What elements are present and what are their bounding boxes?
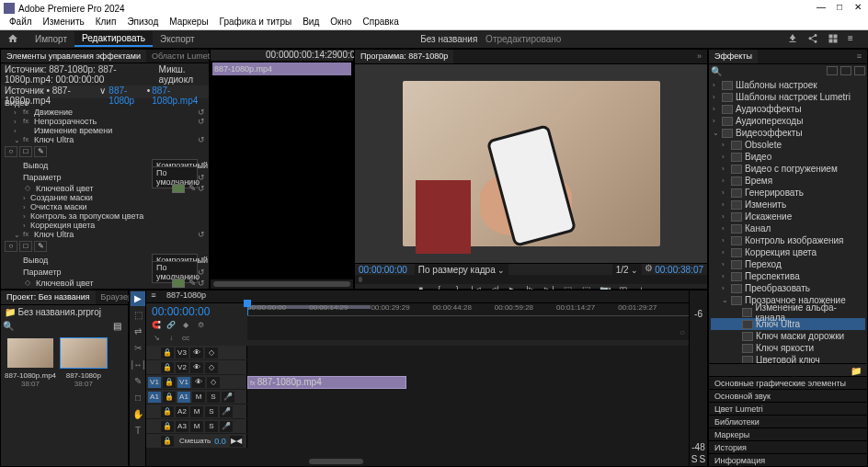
reset-icon[interactable]: ↺ [198, 161, 205, 170]
track-target-a1[interactable]: A1 [177, 392, 190, 403]
razor-tool[interactable]: ✂ [131, 341, 145, 356]
sequence-name[interactable]: 887-1080p [161, 290, 211, 302]
panel-essential-sound[interactable]: Основной звук [709, 389, 867, 402]
seq-link[interactable]: 887-1080p [108, 85, 144, 98]
fx-badge-icon[interactable]: fx [23, 230, 32, 239]
mix-value[interactable]: 0.0 [214, 437, 226, 446]
panel-info[interactable]: Информация [709, 453, 867, 466]
maximize-button[interactable]: □ [833, 2, 846, 15]
timeline-scrollbar[interactable] [309, 459, 363, 464]
add-track-icon[interactable]: ○ [680, 327, 685, 337]
workflow-edit[interactable]: Редактировать [74, 31, 153, 47]
quick-export-icon[interactable] [787, 33, 800, 46]
solo-button[interactable]: S [205, 406, 218, 417]
marker-icon[interactable]: ◆ [179, 321, 192, 332]
track-lock-icon[interactable]: 🔒 [161, 347, 174, 359]
source-clip[interactable]: 887-1080p.mp4 [212, 63, 351, 75]
menu-graphics[interactable]: Графика и титры [214, 17, 298, 29]
expand-icon[interactable]: › [722, 248, 731, 256]
expand-icon[interactable]: › [722, 188, 731, 197]
fx-opacity[interactable]: Непрозрачность [34, 117, 198, 126]
project-item-clip[interactable] [7, 338, 53, 368]
tab-project[interactable]: Проект: Без названия [1, 290, 96, 304]
track-toggle-output[interactable]: 👁 [192, 377, 205, 388]
effect-folder[interactable]: ›Генерировать [711, 187, 865, 199]
eff-lumetri-presets[interactable]: Шаблоны настроек Lumetri [736, 92, 851, 102]
selection-tool[interactable]: ▶ [131, 291, 145, 306]
caption-icon[interactable]: cc [179, 334, 192, 345]
menu-help[interactable]: Справка [358, 17, 405, 29]
slip-tool[interactable]: |↔| [131, 358, 145, 372]
expand-icon[interactable]: › [722, 224, 731, 233]
fx-time[interactable]: Изменение времени [34, 126, 205, 135]
expand-icon[interactable]: › [14, 118, 21, 126]
menu-file[interactable]: Файл [4, 17, 38, 29]
effect-folder[interactable]: ›Контроль изображения [711, 234, 865, 246]
tab-effects[interactable]: Эффекты [709, 50, 758, 63]
pen-tool[interactable]: ✎ [131, 374, 145, 389]
voice-over-icon[interactable]: 🎤 [222, 392, 234, 403]
keycolor-swatch-2[interactable] [172, 279, 185, 288]
preset-32-icon[interactable] [827, 66, 838, 75]
search-icon[interactable]: 🔍 [3, 321, 16, 331]
track-target-v1[interactable]: V1 [177, 377, 190, 388]
eyedropper-icon[interactable]: ✎ [188, 183, 198, 193]
preset-accel-icon[interactable] [854, 66, 865, 75]
effect-folder[interactable]: ›Видео [711, 151, 865, 163]
clip-link[interactable]: 887-1080p.mp4 [152, 85, 205, 98]
expand-icon[interactable]: › [23, 212, 30, 221]
mask-rect-icon[interactable]: □ [19, 241, 32, 252]
param-cleanmask[interactable]: Очистка маски [30, 202, 205, 211]
reset-icon[interactable]: ↺ [198, 230, 205, 239]
menu-markers[interactable]: Маркеры [164, 17, 213, 29]
settings-icon[interactable]: ⚙ [642, 263, 655, 276]
ripple-edit-tool[interactable]: ⇄ [131, 325, 145, 339]
expand-icon[interactable]: › [722, 177, 731, 185]
workflow-export[interactable]: Экспорт [153, 32, 202, 46]
track-target-a3[interactable]: A3 [176, 421, 188, 432]
panel-essential-graphics[interactable]: Основные графические элементы [709, 376, 867, 389]
workspace-icon[interactable] [828, 33, 840, 46]
track-select-tool[interactable]: ⬚ [131, 308, 145, 323]
track-toggle-output[interactable]: 👁 [190, 362, 203, 373]
expand-icon[interactable]: › [14, 127, 21, 135]
menu-sequence[interactable]: Эпизод [121, 17, 164, 29]
effect-folder[interactable]: ›Изменить [711, 199, 865, 211]
tab-effect-controls[interactable]: Элементы управления эффектами [1, 50, 146, 63]
mask-pen-icon[interactable]: ✎ [34, 241, 47, 252]
playhead[interactable] [247, 303, 248, 315]
menu-view[interactable]: Вид [297, 17, 325, 29]
menu-clip[interactable]: Клип [90, 17, 122, 29]
track-sync-lock[interactable]: ◇ [205, 347, 218, 359]
expand-icon[interactable]: › [713, 105, 722, 113]
mask-ellipse-icon[interactable]: ○ [5, 146, 17, 157]
panel-markers[interactable]: Маркеры [709, 427, 867, 440]
expand-icon[interactable]: ⌄ [14, 231, 21, 239]
minimize-button[interactable]: — [815, 2, 828, 15]
keycolor-swatch[interactable] [172, 184, 185, 193]
fx-badge-icon[interactable]: fx [23, 135, 32, 144]
expand-icon[interactable]: › [713, 117, 722, 125]
linked-sel-icon[interactable]: 🔗 [165, 321, 177, 332]
eff-presets[interactable]: Шаблоны настроек [736, 80, 817, 90]
reset-icon[interactable]: ↺ [198, 108, 205, 117]
track-lock-icon[interactable]: 🔒 [161, 362, 174, 373]
search-icon[interactable]: 🔍 [711, 66, 724, 75]
panel-menu-icon[interactable]: ≡ [851, 50, 867, 63]
effect-item[interactable]: Изменение альфа-канала [711, 306, 865, 318]
source-patch-a1[interactable]: A1 [148, 392, 161, 403]
expand-icon[interactable]: › [722, 272, 731, 280]
mask-pen-icon[interactable]: ✎ [34, 146, 47, 157]
mute-button[interactable]: M [190, 406, 203, 417]
expand-icon[interactable]: › [713, 81, 722, 89]
param-spill[interactable]: Контроль за пропуском цвета [30, 211, 205, 221]
solo-right[interactable]: S [700, 454, 706, 464]
rectangle-tool[interactable]: □ [131, 391, 145, 405]
reset-icon[interactable]: ↺ [198, 184, 205, 193]
expand-icon[interactable]: › [23, 203, 30, 211]
param-colorcorr[interactable]: Коррекция цвета [30, 221, 205, 230]
expand-icon[interactable]: ⌄ [722, 296, 731, 304]
expand-icon[interactable]: › [14, 108, 21, 117]
type-tool[interactable]: T [131, 424, 145, 439]
source-patch-v1[interactable]: V1 [148, 377, 161, 388]
